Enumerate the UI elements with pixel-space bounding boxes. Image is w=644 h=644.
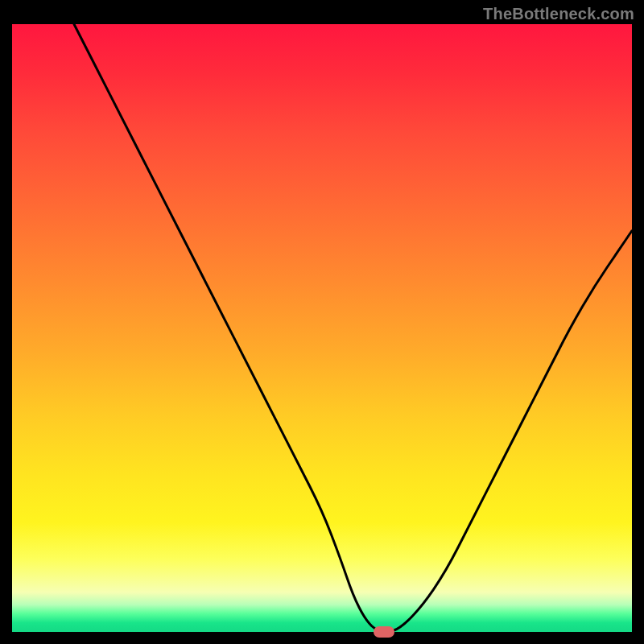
bottleneck-curve: [74, 24, 632, 632]
chart-stage: TheBottleneck.com: [0, 0, 644, 644]
plot-area: [12, 24, 632, 632]
watermark-text: TheBottleneck.com: [483, 5, 634, 23]
curve-svg: [12, 24, 632, 632]
minimum-marker: [374, 626, 394, 638]
